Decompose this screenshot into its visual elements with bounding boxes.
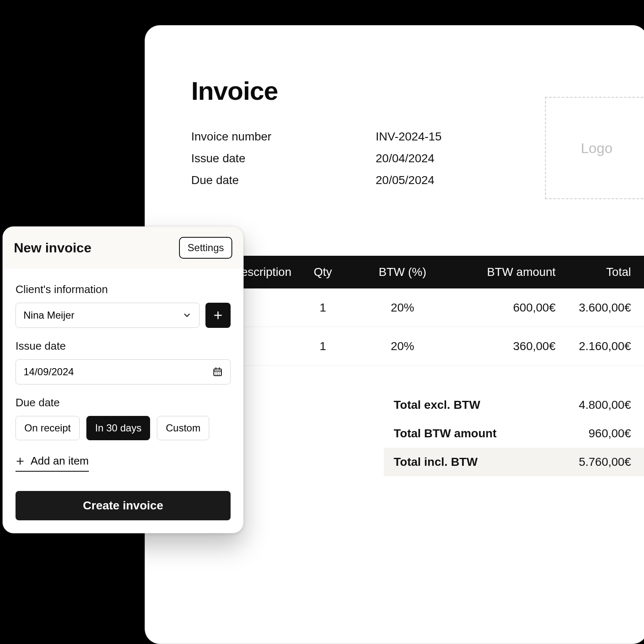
svg-point-6 [216, 372, 216, 373]
total-btw-label: Total BTW amount [394, 427, 496, 440]
client-select-value: Nina Meijer [23, 309, 74, 321]
invoice-number-value: INV-2024-15 [376, 131, 441, 143]
due-date-field-label: Due date [16, 396, 231, 409]
plus-icon [213, 310, 223, 320]
total-incl-label: Total incl. BTW [394, 455, 478, 469]
chevron-down-icon [182, 311, 192, 320]
col-qty: Qty [291, 265, 354, 279]
total-btw-value: 960,00€ [589, 427, 631, 440]
svg-point-8 [219, 372, 220, 373]
client-select[interactable]: Nina Meijer [16, 303, 200, 328]
cell-btw-amt: 360,00€ [451, 340, 556, 353]
svg-point-10 [217, 374, 218, 375]
svg-point-11 [219, 374, 220, 375]
logo-placeholder[interactable]: Logo [545, 97, 644, 199]
add-item-label: Add an item [31, 454, 89, 467]
client-info-label: Client's information [16, 283, 231, 296]
cell-total: 2.160,00€ [556, 340, 631, 353]
col-btw-amount: BTW amount [451, 265, 556, 279]
col-total: Total [556, 265, 631, 279]
modal-header: New invoice Settings [3, 227, 243, 269]
invoice-line-items-table: Description Qty BTW (%) BTW amount Total… [191, 256, 644, 476]
svg-point-7 [217, 372, 218, 373]
plus-icon [16, 457, 25, 466]
due-date-value: 20/05/2024 [376, 174, 434, 186]
table-header: Description Qty BTW (%) BTW amount Total [191, 256, 644, 288]
issue-date-field-label: Issue date [16, 340, 231, 353]
modal-title: New invoice [14, 240, 91, 256]
cell-btw-amt: 600,00€ [451, 301, 556, 314]
total-excl-label: Total excl. BTW [394, 398, 480, 412]
add-item-button[interactable]: Add an item [16, 454, 89, 472]
issue-date-input-value: 14/09/2024 [23, 366, 74, 378]
issue-date-value: 20/04/2024 [376, 153, 434, 164]
table-row: 1 20% 600,00€ 3.600,00€ [191, 288, 644, 327]
invoice-number-label: Invoice number [191, 131, 376, 143]
issue-date-label: Issue date [191, 153, 376, 164]
due-option-on-receipt[interactable]: On receipt [16, 416, 80, 440]
cell-total: 3.600,00€ [556, 301, 631, 314]
invoice-meta: Invoice number INV-2024-15 Issue date 20… [191, 131, 601, 186]
create-invoice-button[interactable]: Create invoice [16, 491, 231, 520]
cell-qty: 1 [291, 340, 354, 353]
due-date-label: Due date [191, 174, 376, 186]
cell-qty: 1 [291, 301, 354, 314]
invoice-totals: Total excl. BTW 4.800,00€ Total BTW amou… [191, 391, 644, 476]
calendar-icon [213, 367, 223, 377]
cell-btw-pct: 20% [354, 301, 451, 314]
cell-btw-pct: 20% [354, 340, 451, 353]
due-date-options: On receipt In 30 days Custom [16, 416, 231, 440]
table-row: 1 20% 360,00€ 2.160,00€ [191, 327, 644, 366]
issue-date-input[interactable]: 14/09/2024 [16, 359, 231, 384]
total-excl-value: 4.800,00€ [579, 398, 631, 412]
invoice-title: Invoice [191, 76, 601, 106]
due-option-custom[interactable]: Custom [157, 416, 209, 440]
due-option-30-days[interactable]: In 30 days [86, 416, 151, 440]
svg-point-9 [216, 374, 216, 375]
settings-button[interactable]: Settings [179, 237, 232, 259]
add-client-button[interactable] [205, 303, 231, 328]
new-invoice-modal: New invoice Settings Client's informatio… [3, 226, 244, 533]
logo-placeholder-label: Logo [581, 140, 613, 156]
col-btw-pct: BTW (%) [354, 265, 451, 279]
total-incl-value: 5.760,00€ [579, 455, 631, 469]
